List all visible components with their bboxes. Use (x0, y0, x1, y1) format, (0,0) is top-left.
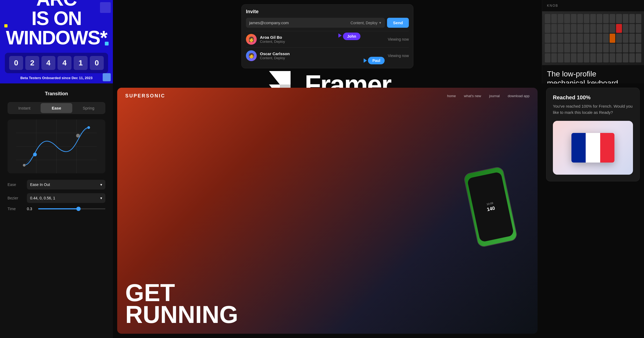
key (577, 14, 583, 23)
transition-card: Transition Instant Ease Spring (0, 83, 113, 338)
key (551, 24, 557, 33)
user-role-aroa: Content, Deploy (260, 40, 385, 44)
tab-ease[interactable]: Ease (41, 103, 72, 113)
supersonic-nav: SUPERSONIC home what's new journal downl… (117, 88, 538, 104)
ease-select[interactable]: Ease In Out ▾ (27, 180, 105, 189)
digit-2: 4 (41, 56, 55, 70)
digit-5: 0 (90, 56, 104, 70)
key (597, 34, 602, 43)
time-slider-track[interactable] (38, 208, 105, 209)
viewing-now-oscar: Viewing now (388, 54, 409, 58)
key (551, 34, 557, 43)
french-flag-card (553, 121, 633, 175)
invite-role-selector[interactable]: Content, Deploy ▼ (350, 21, 382, 25)
key (590, 34, 596, 43)
svg-marker-0 (269, 71, 291, 84)
cursor-paul: Paul (364, 57, 385, 64)
digit-3: 4 (58, 56, 71, 70)
key (584, 44, 589, 53)
keys-grid (542, 11, 644, 65)
user-info-aroa: Aroa Gil Bo Content, Deploy (260, 35, 385, 44)
chevron-icon: ▼ (378, 21, 382, 25)
key (597, 53, 602, 62)
nav-journal[interactable]: journal (489, 94, 500, 98)
key (629, 53, 635, 62)
digit-4: 1 (74, 56, 88, 70)
transition-tabs: Instant Ease Spring (8, 102, 105, 114)
supersonic-headline: GET RUNNING (125, 282, 238, 326)
slider-thumb[interactable] (76, 207, 81, 211)
nav-home[interactable]: home (447, 94, 456, 98)
key (603, 14, 609, 23)
key (571, 53, 577, 62)
supersonic-logo: SUPERSONIC (125, 93, 165, 99)
key (571, 44, 577, 53)
svg-point-13 (23, 164, 26, 167)
knob-keyboard-image (542, 11, 644, 65)
key (636, 24, 641, 33)
flag-red (600, 133, 614, 163)
key (564, 34, 570, 43)
arc-counter: 0 2 4 4 1 0 (5, 53, 108, 73)
key (564, 24, 570, 33)
key (564, 53, 570, 62)
transition-title: Transition (8, 91, 105, 97)
chevron-down-icon: ▾ (100, 182, 102, 187)
bezier-select[interactable]: 0.44, 0, 0.56, 1 ▾ (27, 193, 105, 203)
paul-cursor-arrow (364, 58, 367, 63)
avatar-aroa: 👩 (246, 34, 257, 45)
invite-user-row-1: 👩 Aroa Gil Bo Content, Deploy John Viewi… (246, 31, 409, 47)
key (610, 44, 615, 53)
nav-download[interactable]: download app (508, 94, 529, 98)
arc-title: ARC IS ON WINDOWS* (6, 0, 107, 47)
key (616, 14, 622, 23)
key (590, 53, 596, 62)
knob-header: KNOB (542, 0, 644, 11)
key (610, 53, 615, 62)
paul-cursor-label: Paul (368, 57, 385, 64)
svg-point-11 (33, 153, 37, 156)
arc-kind-of: *KIND OF (36, 83, 77, 84)
key (577, 53, 583, 62)
reached-title: Reached 100% (553, 94, 633, 101)
arc-corner-tl (100, 2, 111, 13)
invite-email: james@company.com (249, 20, 348, 25)
key (623, 44, 628, 53)
tab-spring[interactable]: Spring (73, 103, 104, 113)
reached-description: You've reached 100% for French. Would yo… (553, 103, 633, 115)
key (584, 24, 589, 33)
key (597, 24, 602, 33)
time-label: Time (8, 207, 24, 211)
key (551, 44, 557, 53)
tab-instant[interactable]: Instant (9, 103, 40, 113)
flag-blue (571, 133, 586, 163)
key (603, 34, 609, 43)
key (597, 14, 602, 23)
key (610, 14, 615, 23)
key (623, 14, 628, 23)
key (597, 44, 602, 53)
time-value: 0.3 (27, 207, 35, 211)
key (590, 14, 596, 23)
digit-1: 2 (25, 56, 39, 70)
user-name-aroa: Aroa Gil Bo (260, 35, 385, 40)
invite-title: Invite (246, 9, 409, 15)
svg-point-14 (87, 126, 90, 129)
supersonic-overlay: SUPERSONIC home what's new journal downl… (117, 88, 538, 334)
key (558, 44, 563, 53)
digit-0: 0 (9, 56, 23, 70)
key (603, 53, 609, 62)
center-area: Invite james@company.com Content, Deploy… (113, 0, 542, 83)
nav-whats-new[interactable]: what's new (464, 94, 481, 98)
key (571, 34, 577, 43)
send-button[interactable]: Send (387, 18, 409, 28)
bezier-field-row: Bezier 0.44, 0, 0.56, 1 ▾ (8, 193, 105, 203)
key-orange (610, 34, 615, 43)
key (616, 53, 622, 62)
key (571, 24, 577, 33)
avatar-oscar: 🧑 (246, 50, 257, 61)
key (577, 24, 583, 33)
svg-point-12 (76, 134, 80, 138)
key (584, 53, 589, 62)
key (545, 53, 550, 62)
